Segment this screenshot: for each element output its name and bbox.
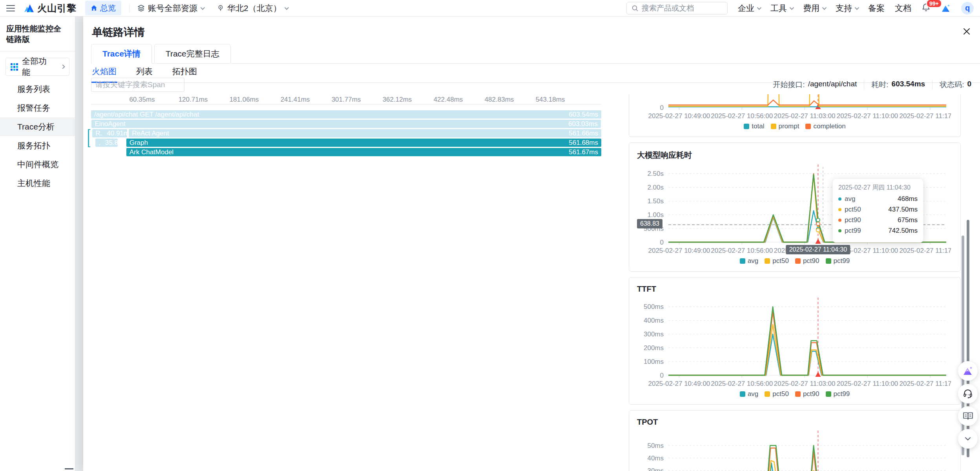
close-icon[interactable]: [961, 26, 972, 37]
chart-title: 大模型响应耗时: [637, 150, 953, 161]
customer-service-button[interactable]: [958, 384, 978, 403]
svg-text:300ms: 300ms: [644, 330, 664, 338]
hamburger-menu-icon[interactable]: [6, 5, 15, 11]
chevron-down-icon: [822, 5, 827, 9]
svg-text:2025-02-27 11:10:00: 2025-02-27 11:10:00: [837, 380, 898, 387]
tooltip-row: pct99742.50ms: [838, 227, 918, 235]
span-search-input[interactable]: [95, 80, 192, 89]
flame-span-bar[interactable]: EinoAgent603.03ms: [91, 120, 600, 128]
resource-scope-label: 账号全部资源: [148, 3, 197, 14]
sidebar-item-middleware-overview[interactable]: 中间件概览: [0, 155, 75, 174]
nav-menu-support[interactable]: 支持: [836, 3, 858, 14]
flame-row: R.40.91msReAct Agent561.66ms: [91, 129, 601, 137]
svg-text:0: 0: [660, 239, 664, 246]
llm-response-time-chart[interactable]: 0500ms1.00s1.50s2.00s2.50s2025-02-27 10:…: [637, 163, 951, 256]
token-usage-chart[interactable]: 02025-02-27 10:49:002025-02-27 10:56:002…: [637, 94, 951, 122]
resource-scope-dropdown[interactable]: 账号全部资源: [137, 3, 204, 14]
location-pin-icon: [217, 4, 224, 12]
ttft-card: TTFT 0100ms200ms300ms400ms500ms2025-02-2…: [629, 277, 961, 405]
metric-charts-panel[interactable]: 02025-02-27 10:49:002025-02-27 10:56:002…: [629, 94, 961, 471]
svg-text:2025-02-27 10:56:00: 2025-02-27 10:56:00: [711, 247, 773, 254]
ai-assistant-nav-icon[interactable]: [941, 4, 951, 13]
notification-badge: 99+: [926, 0, 942, 8]
drawer-title: 单链路详情: [92, 25, 145, 39]
flame-span-bar[interactable]: Graph561.68ms: [126, 139, 601, 147]
collapse-fab-button[interactable]: [958, 429, 978, 449]
svg-text:200ms: 200ms: [644, 344, 664, 352]
svg-text:400ms: 400ms: [644, 317, 664, 324]
mountain-logo-icon: [24, 4, 35, 13]
user-avatar[interactable]: q: [961, 2, 974, 15]
layers-icon: [137, 4, 145, 12]
chart-canvas[interactable]: 0100ms200ms300ms400ms500ms2025-02-27 10:…: [637, 296, 951, 389]
ruler-tick: 301.77ms: [332, 96, 361, 104]
global-search[interactable]: [626, 2, 728, 15]
sidebar-item-service-topology[interactable]: 服务拓扑: [0, 136, 75, 155]
ruler-tick: 482.83ms: [485, 96, 514, 104]
chevron-down-icon: [201, 5, 205, 9]
legend-item-total[interactable]: total: [744, 122, 764, 130]
ai-assistant-button[interactable]: [958, 361, 978, 381]
stat-entry-endpoint: 开始接口:/agent/api/chat: [766, 80, 864, 90]
legend-item-pct90[interactable]: pct90: [795, 390, 819, 398]
volcengine-logo[interactable]: 火山引擎: [24, 2, 77, 15]
svg-text:2.00s: 2.00s: [647, 184, 664, 191]
legend-item-pct99[interactable]: pct99: [826, 390, 850, 398]
pct90-dot: [838, 219, 841, 222]
brand-name: 火山引擎: [37, 2, 77, 15]
tab-trace-detail[interactable]: Trace详情: [91, 44, 152, 64]
documentation-button[interactable]: [958, 406, 978, 426]
sidebar-item-trace-analysis[interactable]: Trace分析: [0, 117, 75, 136]
legend-item-pct99[interactable]: pct99: [826, 257, 850, 265]
overview-button[interactable]: 总览: [85, 1, 121, 15]
chart-canvas[interactable]: 010ms20ms30ms40ms50ms2025-02-27 10:49:00…: [637, 429, 951, 471]
sidebar-item-service-list[interactable]: 服务列表: [0, 80, 75, 99]
nav-menu-docs[interactable]: 文档: [895, 3, 911, 14]
svg-text:0: 0: [660, 372, 664, 379]
nav-menu-enterprise[interactable]: 企业: [738, 3, 760, 14]
legend-item-pct50[interactable]: pct50: [765, 257, 789, 265]
global-search-input[interactable]: [642, 4, 716, 13]
sidebar-item-alert-tasks[interactable]: 报警任务: [0, 99, 75, 117]
stat-duration: 耗时:603.54ms: [864, 80, 932, 90]
flame-span-prefix[interactable]: .35.85ms: [95, 139, 118, 147]
chart-title: TTFT: [637, 285, 953, 294]
span-search[interactable]: [91, 78, 184, 92]
svg-text:2025-02-27 10:56:00: 2025-02-27 10:56:00: [711, 112, 773, 120]
open-book-icon: [963, 411, 973, 421]
chart-title: TPOT: [637, 418, 953, 427]
nav-menu-billing[interactable]: 费用: [803, 3, 825, 14]
nav-menu-icp[interactable]: 备案: [868, 3, 885, 14]
divider: [129, 4, 130, 12]
y-axis-value-badge: 638.83: [637, 219, 662, 228]
svg-text:2025-02-27 10:56:00: 2025-02-27 10:56:00: [711, 380, 773, 387]
sidebar-item-host-performance[interactable]: 主机性能: [0, 174, 75, 193]
ttft-chart[interactable]: 0100ms200ms300ms400ms500ms2025-02-27 10:…: [637, 296, 951, 389]
legend-item-pct50[interactable]: pct50: [765, 390, 789, 398]
x-axis-timestamp-badge: 2025-02-27 11:04:30: [786, 245, 850, 254]
ruler-tick: 422.48ms: [434, 96, 463, 104]
region-dropdown[interactable]: 华北2（北京）: [217, 3, 288, 14]
flame-span-bar[interactable]: /agent/api/chat GET /agent/api/chat603.5…: [91, 110, 601, 119]
chart-canvas[interactable]: 02025-02-27 10:49:002025-02-27 10:56:002…: [637, 94, 951, 122]
legend-item-completion[interactable]: completion: [805, 122, 845, 130]
flame-span-prefix[interactable]: R.40.91ms: [92, 129, 127, 137]
headset-icon: [963, 389, 973, 399]
flame-span-bar[interactable]: ReAct Agent561.66ms: [129, 129, 601, 137]
tab-trace-full-log[interactable]: Trace完整日志: [154, 44, 231, 64]
chevron-down-icon: [757, 5, 761, 9]
collapse-handle[interactable]: [65, 468, 73, 469]
nav-menu-tools[interactable]: 工具: [770, 3, 793, 14]
flame-row: EinoAgent603.03ms: [91, 120, 601, 128]
legend-item-avg[interactable]: avg: [740, 257, 758, 265]
tpot-chart[interactable]: 010ms20ms30ms40ms50ms2025-02-27 10:49:00…: [637, 429, 951, 471]
sidebar-title: 应用性能监控全链路版: [0, 16, 75, 51]
legend-item-avg[interactable]: avg: [740, 390, 758, 398]
legend-item-pct90[interactable]: pct90: [795, 257, 819, 265]
legend-item-prompt[interactable]: prompt: [771, 122, 799, 130]
flame-span-bar[interactable]: Ark ChatModel561.67ms: [126, 148, 601, 156]
svg-text:2025-02-27 10:49:00: 2025-02-27 10:49:00: [648, 380, 710, 387]
notifications-button[interactable]: 99+: [922, 3, 931, 13]
chevron-down-icon: [790, 5, 794, 9]
all-functions-button[interactable]: 全部功能: [5, 58, 69, 76]
